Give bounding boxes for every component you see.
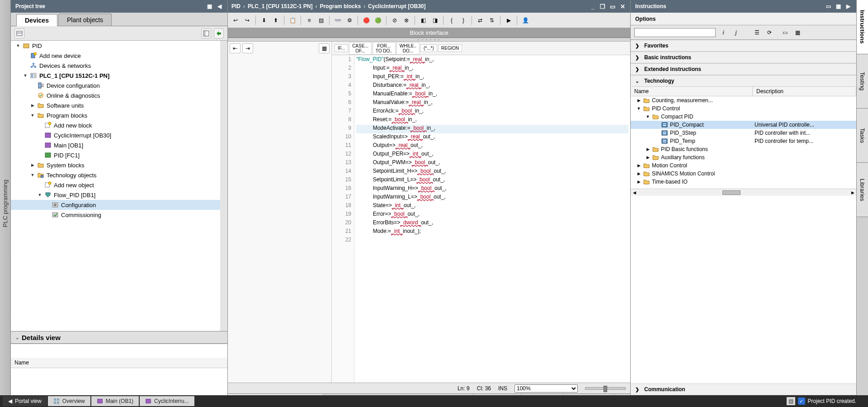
- view-icon-2[interactable]: ▦: [793, 28, 802, 38]
- window-restore-icon[interactable]: ❐: [599, 3, 607, 10]
- editor-toolbar-btn-15[interactable]: 🟢: [373, 15, 383, 25]
- tree-toolbar-btn-2[interactable]: [201, 28, 211, 38]
- code-line[interactable]: InputWarning_H=>_bool_out_,: [356, 185, 628, 194]
- status-panel-icon[interactable]: ▤: [787, 397, 795, 405]
- crumb-3[interactable]: CyclicInterrupt [OB30]: [368, 3, 425, 9]
- tree-node[interactable]: Add new device: [11, 51, 220, 61]
- panel-layout2-icon[interactable]: ▦: [835, 3, 842, 10]
- right-vtab-instructions[interactable]: Instructions: [857, 0, 868, 54]
- taskbar-item[interactable]: CyclicInterru...: [140, 396, 194, 406]
- code-line[interactable]: State=>_int_out_,: [356, 202, 628, 211]
- crumb-1[interactable]: PLC_1 [CPU 1512C-1 PN]: [248, 3, 312, 9]
- acc-favorites[interactable]: ❯Favorites: [631, 40, 856, 52]
- rail-btn-indent[interactable]: ⇥: [242, 43, 253, 53]
- editor-toolbar-btn-12[interactable]: ⚙: [344, 15, 354, 25]
- refresh-icon[interactable]: ⟳: [764, 28, 774, 38]
- right-vtab-tasks[interactable]: Tasks: [857, 109, 868, 163]
- editor-toolbar-btn-21[interactable]: ◨: [430, 15, 440, 25]
- acc-technology[interactable]: ⌄Technology: [631, 75, 856, 87]
- instruction-row[interactable]: PID_CompactUniversal PID controlle...: [631, 121, 856, 129]
- row-expander-icon[interactable]: ▶: [645, 147, 651, 151]
- filter-icon[interactable]: ☰: [752, 28, 762, 38]
- tree-expander-icon[interactable]: ▼: [30, 173, 35, 177]
- left-vertical-tab[interactable]: PLC programming: [0, 0, 11, 407]
- acc-basic[interactable]: ❯Basic instructions: [631, 52, 856, 63]
- right-vtab-testing[interactable]: Testing: [857, 54, 868, 109]
- tree-node[interactable]: ▼PLC_1 [CPU 1512C-1 PN]: [11, 71, 220, 80]
- row-expander-icon[interactable]: ▶: [645, 155, 651, 160]
- tree-expander-icon[interactable]: ▶: [30, 103, 35, 108]
- scroll-up-icon[interactable]: ▲: [220, 41, 227, 47]
- row-expander-icon[interactable]: ▶: [636, 180, 642, 184]
- portal-view-button[interactable]: ◀ Portal view: [3, 396, 47, 406]
- code-line[interactable]: Output_PWM=>_bool_out_,: [356, 159, 628, 168]
- code-line[interactable]: Error=>_bool_out_,: [356, 211, 628, 219]
- instruction-row[interactable]: ▶Counting, measuremen...: [631, 96, 856, 104]
- panel-layout-icon[interactable]: ▭: [825, 3, 832, 10]
- tree-node[interactable]: ▶System blocks: [11, 160, 220, 170]
- editor-toolbar-btn-14[interactable]: 🔴: [361, 15, 371, 25]
- tree-node[interactable]: ▼Program blocks: [11, 110, 220, 120]
- tree-toolbar-btn-1[interactable]: [14, 28, 24, 38]
- snippet-btn-5[interactable]: REGION: [438, 44, 462, 52]
- tree-node[interactable]: Main [OB1]: [11, 140, 220, 150]
- code-line[interactable]: ModeActivate:=_bool_in_,: [356, 125, 628, 133]
- split-handle[interactable]: • • • • • •: [228, 38, 630, 42]
- instruction-row[interactable]: ▶Time-based IO: [631, 178, 856, 186]
- code-line[interactable]: Reset:=_bool_in_,: [356, 116, 628, 125]
- editor-toolbar-btn-3[interactable]: ⬇: [259, 15, 269, 25]
- tree-expander-icon[interactable]: ▶: [30, 163, 35, 167]
- code-line[interactable]: ManualValue:=_real_in_,: [356, 99, 628, 108]
- taskbar-item[interactable]: Overview: [48, 396, 90, 406]
- code-line[interactable]: Input:=_real_in_,: [356, 65, 628, 73]
- acc-communication[interactable]: ❯Communication: [631, 383, 856, 395]
- tree-node[interactable]: ▶Software units: [11, 100, 220, 110]
- instruction-row[interactable]: ▶Auxiliary functions: [631, 153, 856, 161]
- tree-scrollbar[interactable]: ▲ ▼: [220, 41, 227, 331]
- tree-node[interactable]: ▼Technology objects: [11, 170, 220, 180]
- hscroll-right-icon[interactable]: ▶: [849, 190, 856, 195]
- snippet-btn-4[interactable]: (*...*): [420, 44, 437, 52]
- instruction-row[interactable]: ▶PID Basic functions: [631, 145, 856, 153]
- tree-node[interactable]: CyclicInterrupt [OB30]: [11, 130, 220, 140]
- window-maximize-icon[interactable]: ▭: [609, 3, 617, 10]
- editor-toolbar-btn-17[interactable]: ⊘: [390, 15, 400, 25]
- tree-expander-icon[interactable]: ▼: [37, 193, 42, 197]
- row-expander-icon[interactable]: ▼: [645, 114, 651, 119]
- instruction-row[interactable]: ▼PID Control: [631, 104, 856, 113]
- rail-btn-outdent[interactable]: ⇤: [230, 43, 241, 53]
- code-line[interactable]: ErrorAck:=_bool_in_,: [356, 108, 628, 116]
- editor-toolbar-btn-9[interactable]: ▤: [316, 15, 326, 25]
- rail-btn-block[interactable]: ▦: [319, 43, 330, 53]
- search-prev-icon[interactable]: ⅉ: [731, 28, 741, 38]
- panel-collapse-icon[interactable]: ◀: [216, 3, 223, 10]
- crumb-2[interactable]: Program blocks: [320, 3, 361, 9]
- hscroll-left-icon[interactable]: ◀: [631, 190, 638, 195]
- editor-toolbar-btn-1[interactable]: ↪: [242, 15, 252, 25]
- tree-node[interactable]: Configuration: [11, 200, 220, 210]
- editor-toolbar-btn-8[interactable]: ≡: [304, 15, 314, 25]
- code-lines[interactable]: "Flow_PID"(Setpoint:=_real_in_, Input:=_…: [354, 55, 630, 383]
- col-name[interactable]: Name: [631, 87, 753, 96]
- tree-node[interactable]: Device configuration: [11, 80, 220, 90]
- code-line[interactable]: "Flow_PID"(Setpoint:=_real_in_,: [356, 56, 628, 65]
- tree-node[interactable]: Add new block: [11, 120, 220, 130]
- code-line[interactable]: Disturbance:=_real_in_,: [356, 82, 628, 90]
- panel-layout-icon[interactable]: ▦: [206, 3, 213, 10]
- code-line[interactable]: ErrorBits=>_dword_out_,: [356, 219, 628, 228]
- tree-expander-icon[interactable]: ▼: [23, 73, 28, 78]
- crumb-0[interactable]: PID: [231, 3, 241, 9]
- block-interface-bar[interactable]: Block interface: [228, 28, 630, 38]
- instruction-row[interactable]: ▶SINAMICS Motion Control: [631, 170, 856, 178]
- tree-node[interactable]: Online & diagnostics: [11, 90, 220, 100]
- scroll-thumb[interactable]: [221, 42, 226, 105]
- editor-toolbar-btn-11[interactable]: 👓: [333, 15, 343, 25]
- instructions-search-input[interactable]: [634, 28, 716, 37]
- editor-toolbar-btn-27[interactable]: ⇅: [487, 15, 497, 25]
- editor-toolbar-btn-20[interactable]: ◧: [418, 15, 428, 25]
- details-view-header[interactable]: ⌄ Details view: [11, 331, 227, 344]
- instruction-row[interactable]: PID_3StepPID controller with int...: [631, 129, 856, 137]
- scroll-down-icon[interactable]: ▼: [220, 324, 227, 331]
- editor-toolbar-btn-31[interactable]: 👤: [520, 15, 530, 25]
- tree-node[interactable]: Devices & networks: [11, 61, 220, 71]
